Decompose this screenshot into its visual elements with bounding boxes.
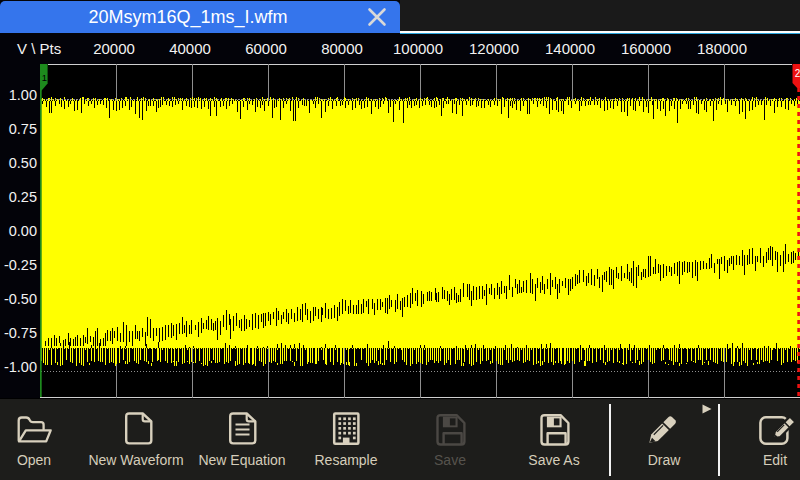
svg-text:2: 2 <box>795 68 800 79</box>
svg-text:1: 1 <box>42 72 47 83</box>
